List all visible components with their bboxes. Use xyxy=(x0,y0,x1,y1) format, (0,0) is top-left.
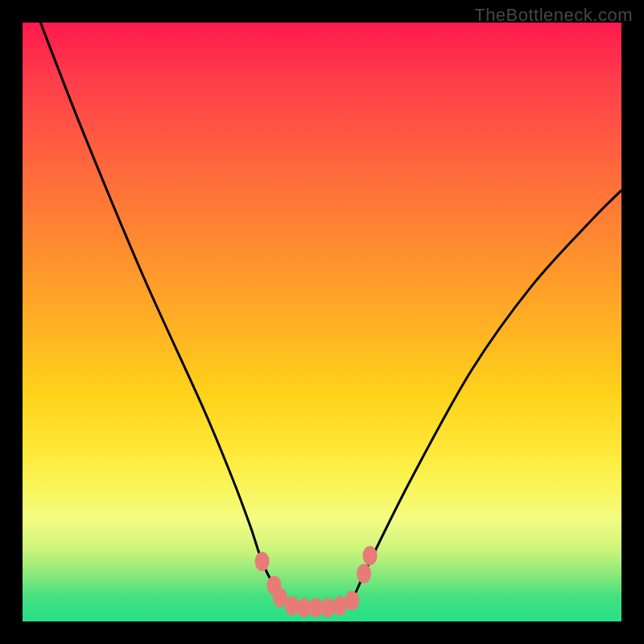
watermark-text: TheBottleneck.com xyxy=(474,5,633,26)
highlighted-points xyxy=(255,546,378,617)
bottleneck-curve xyxy=(40,23,621,608)
marker-point xyxy=(363,546,378,565)
chart-frame: TheBottleneck.com xyxy=(0,0,644,644)
bottleneck-curve-svg xyxy=(23,23,621,621)
marker-point xyxy=(345,591,359,610)
plot-area xyxy=(23,23,621,621)
marker-point xyxy=(357,564,371,583)
marker-point xyxy=(255,552,270,572)
